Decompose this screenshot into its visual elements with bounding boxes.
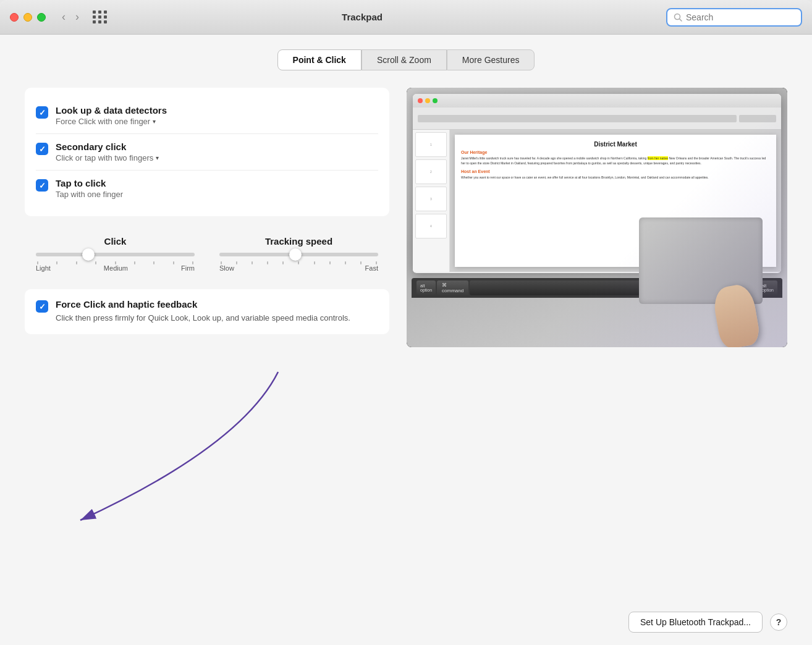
click-mid-label: Medium <box>104 264 128 272</box>
doc-text-2: Whether you want to rent our space or ha… <box>461 175 770 180</box>
secondary-click-checkbox[interactable]: ✓ <box>36 143 48 155</box>
right-panel: 1 2 3 4 District Market Our Heritage <box>407 88 787 602</box>
force-click-desc: Click then press firmly for Quick Look, … <box>56 312 350 324</box>
sliders-section: Click <box>25 225 389 280</box>
doc-text: Janet Millet's little sandwich truck sur… <box>461 156 770 166</box>
force-click-checkbox[interactable]: ✓ <box>36 300 48 313</box>
tab-scroll-zoom[interactable]: Scroll & Zoom <box>362 49 447 70</box>
command-left-key: ⌘command <box>437 280 468 295</box>
lookup-title: Look up & data detectors <box>56 105 378 116</box>
click-slider-group: Click <box>36 236 195 272</box>
left-panel: ✓ Look up & data detectors Force Click w… <box>25 88 389 334</box>
doc-subtitle: Our Heritage <box>461 150 770 154</box>
bluetooth-button[interactable]: Set Up Bluetooth Trackpad... <box>628 612 763 633</box>
preview-image: 1 2 3 4 District Market Our Heritage <box>407 88 787 347</box>
settings-group-top: ✓ Look up & data detectors Force Click w… <box>25 88 389 216</box>
trackpad-section <box>627 211 775 347</box>
force-click-text: Force Click and haptic feedback Click th… <box>56 299 350 324</box>
tap-click-subtitle: Tap with one finger <box>56 190 378 199</box>
tap-click-title: Tap to click <box>56 178 378 188</box>
secondary-click-subtitle: Click or tap with two fingers ▾ <box>56 153 378 162</box>
titlebar: ‹ › Trackpad <box>0 0 812 35</box>
click-slider-tick-labels: Light Medium Firm <box>36 264 195 272</box>
click-slider-track <box>36 253 195 256</box>
page-thumb-4: 4 <box>415 214 447 238</box>
main-window: ‹ › Trackpad Point & Click Scroll & Zoom… <box>0 0 812 645</box>
svg-line-1 <box>680 19 682 21</box>
main-content: ✓ Look up & data detectors Force Click w… <box>25 88 787 602</box>
force-click-item: ✓ Force Click and haptic feedback Click … <box>36 299 378 324</box>
help-button[interactable]: ? <box>770 613 787 631</box>
pages-sidebar: 1 2 3 4 <box>413 130 450 272</box>
pages-minimize <box>425 98 430 103</box>
tab-more-gestures[interactable]: More Gestures <box>447 49 535 70</box>
tracking-min-label: Slow <box>219 264 234 272</box>
secondary-chevron-icon[interactable]: ▾ <box>156 154 159 161</box>
close-button[interactable] <box>10 13 19 22</box>
click-max-label: Firm <box>181 264 195 272</box>
bottom-bar: Set Up Bluetooth Trackpad... ? <box>25 602 787 633</box>
traffic-lights <box>10 13 46 22</box>
click-min-label: Light <box>36 264 51 272</box>
tabs-row: Point & Click Scroll & Zoom More Gesture… <box>25 49 787 70</box>
maximize-button[interactable] <box>37 13 46 22</box>
page-thumb-1: 1 <box>415 132 447 157</box>
pages-maximize <box>433 98 438 103</box>
tap-click-text: Tap to click Tap with one finger <box>56 178 378 199</box>
page-thumb-2: 2 <box>415 159 447 184</box>
tracking-slider-label: Tracking speed <box>219 236 378 247</box>
tap-click-checkbox[interactable]: ✓ <box>36 179 48 192</box>
minimize-button[interactable] <box>23 13 32 22</box>
pages-close <box>418 98 423 103</box>
force-click-section: ✓ Force Click and haptic feedback Click … <box>25 289 389 334</box>
lookup-text: Look up & data detectors Force Click wit… <box>56 105 378 126</box>
search-input[interactable] <box>686 12 785 22</box>
secondary-click-title: Secondary click <box>56 141 378 152</box>
pages-titlebar <box>413 94 781 108</box>
setting-tap-click: ✓ Tap to click Tap with one finger <box>36 171 378 206</box>
window-title: Trackpad <box>58 12 666 22</box>
lookup-subtitle: Force Click with one finger ▾ <box>56 117 378 126</box>
click-slider-label: Click <box>36 236 195 247</box>
tracking-slider-group: Tracking speed <box>219 236 378 272</box>
click-slider-thumb[interactable] <box>82 248 95 261</box>
setting-lookup: ✓ Look up & data detectors Force Click w… <box>36 98 378 134</box>
lookup-chevron-icon[interactable]: ▾ <box>153 118 156 125</box>
pages-toolbar <box>413 108 781 130</box>
tab-point-click[interactable]: Point & Click <box>277 49 362 70</box>
doc-subtitle-2: Host an Event <box>461 169 770 174</box>
search-box[interactable] <box>666 8 802 27</box>
secondary-click-text: Secondary click Click or tap with two fi… <box>56 141 378 162</box>
sliders-row: Click <box>36 236 378 272</box>
tracking-max-label: Fast <box>365 264 378 272</box>
lookup-checkbox[interactable]: ✓ <box>36 106 48 119</box>
tracking-slider-thumb[interactable] <box>289 248 302 261</box>
search-icon <box>674 13 682 22</box>
setting-secondary-click: ✓ Secondary click Click or tap with two … <box>36 134 378 171</box>
doc-title: District Market <box>461 141 770 148</box>
tracking-slider-track <box>219 253 378 256</box>
force-click-title: Force Click and haptic feedback <box>56 299 350 310</box>
alt-left-key: altoption <box>417 280 436 295</box>
right-spacer <box>407 347 787 602</box>
tracking-slider-tick-labels: Slow Fast <box>219 264 378 272</box>
page-thumb-3: 3 <box>415 187 447 211</box>
content-area: Point & Click Scroll & Zoom More Gesture… <box>0 35 812 645</box>
laptop-preview: 1 2 3 4 District Market Our Heritage <box>407 88 787 347</box>
